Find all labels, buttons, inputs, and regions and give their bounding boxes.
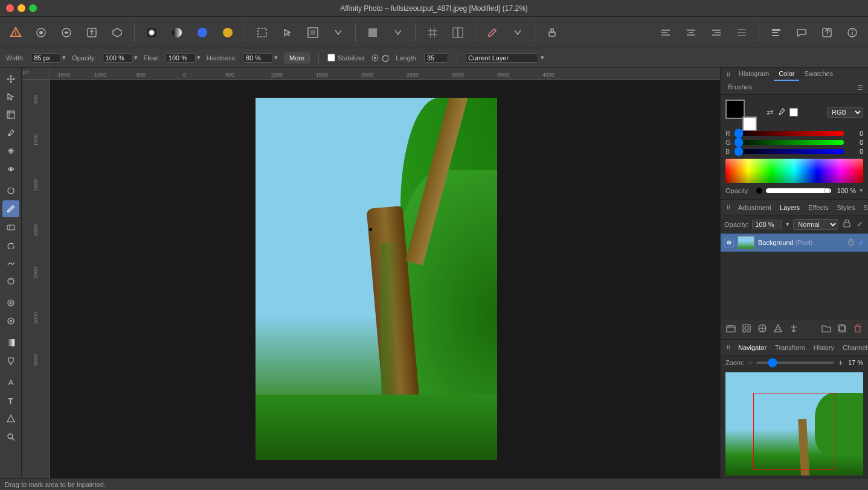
width-dropdown-arrow[interactable]: ▾: [62, 54, 66, 62]
zoom-btn[interactable]: [2, 428, 19, 445]
macro-persona-btn[interactable]: [106, 22, 128, 43]
nav-zoom-slider[interactable]: [756, 361, 834, 364]
add-group-btn[interactable]: [724, 322, 738, 337]
nav-zoom-plus-btn[interactable]: +: [838, 358, 843, 368]
flow-input[interactable]: [166, 53, 196, 63]
layers-panel-pause[interactable]: ⏸: [723, 202, 734, 213]
canvas-area[interactable]: px -1500 -1000 -500 0 500 1000 1500 2000…: [22, 68, 720, 478]
eraser-btn[interactable]: [2, 218, 19, 235]
folder-add-btn[interactable]: [820, 322, 833, 337]
affinity-logo-btn[interactable]: [5, 22, 27, 43]
patch-btn[interactable]: [2, 313, 19, 329]
red-eye-btn[interactable]: [2, 161, 19, 177]
tab-navigator[interactable]: Navigator: [734, 342, 771, 353]
layer-visibility-icon[interactable]: [724, 238, 734, 247]
shape-btn[interactable]: [2, 410, 19, 427]
width-input[interactable]: [31, 53, 61, 63]
eyedropper-btn-color[interactable]: [777, 107, 786, 118]
tab-history[interactable]: History: [809, 342, 838, 353]
channel-g-slider[interactable]: [734, 140, 844, 145]
hardness-input[interactable]: [243, 53, 273, 63]
color-wheel-btn[interactable]: [141, 22, 162, 43]
canvas-container[interactable]: [50, 80, 720, 478]
lasso-btn[interactable]: [2, 182, 19, 199]
paintbrush-btn[interactable]: [2, 200, 19, 217]
selection-tool-btn[interactable]: [277, 22, 298, 43]
add-layer-mask-btn[interactable]: [740, 322, 753, 337]
swap-colors-btn[interactable]: ⇄: [767, 107, 774, 117]
duplicate-layer-btn[interactable]: [835, 322, 849, 337]
nav-panel-pause[interactable]: ⏸: [723, 342, 734, 353]
tab-brushes[interactable]: Brushes: [723, 81, 757, 94]
gradient-btn[interactable]: [2, 334, 19, 351]
dodge-btn[interactable]: [2, 273, 19, 290]
stabilizer-checkbox[interactable]: [327, 54, 335, 62]
develop-persona-btn[interactable]: [30, 22, 52, 43]
select-tool-btn[interactable]: [2, 88, 19, 105]
pen-btn[interactable]: [2, 374, 19, 391]
brush-dropdown-btn[interactable]: [387, 22, 409, 43]
flow-dropdown-arrow[interactable]: ▾: [197, 54, 201, 62]
opacity-input[interactable]: [103, 53, 133, 63]
channel-r-slider[interactable]: [734, 131, 844, 136]
opacity-arrow[interactable]: ▾: [860, 186, 863, 194]
crop-tool-btn[interactable]: [2, 106, 19, 123]
tab-color[interactable]: Color: [774, 68, 799, 81]
split-view-btn[interactable]: [447, 22, 469, 43]
nav-zoom-minus-btn[interactable]: −: [748, 358, 753, 368]
paint-brush-main-btn[interactable]: [481, 22, 503, 43]
retouch-btn[interactable]: [2, 142, 19, 159]
white-swatch[interactable]: [789, 108, 798, 116]
wb-btn[interactable]: [217, 22, 239, 43]
align-right-btn[interactable]: [706, 22, 727, 43]
tab-effects[interactable]: Effects: [804, 202, 832, 213]
distribute-btn[interactable]: [731, 22, 753, 43]
smudge-btn[interactable]: [2, 255, 19, 272]
opacity-track[interactable]: [766, 188, 831, 193]
brush-main-dropdown[interactable]: [507, 22, 529, 43]
layers-check-btn[interactable]: ✓: [855, 218, 864, 230]
layers-lock-btn[interactable]: [842, 218, 852, 231]
tab-transform[interactable]: Transform: [771, 342, 809, 353]
eyedropper-btn[interactable]: [2, 124, 19, 141]
tab-adjustment[interactable]: Adjustment: [734, 202, 776, 213]
align-center-btn[interactable]: [680, 22, 702, 43]
color-panel-menu[interactable]: ☰: [855, 81, 866, 94]
stamp-btn[interactable]: [541, 22, 563, 43]
merge-btn[interactable]: [787, 322, 800, 337]
hardness-dropdown-arrow[interactable]: ▾: [274, 54, 278, 62]
liquify-persona-btn[interactable]: [56, 22, 77, 43]
history-brush-btn[interactable]: [2, 237, 19, 253]
text-btn[interactable]: T: [2, 392, 19, 409]
fx-btn[interactable]: [771, 322, 785, 337]
align-left-btn[interactable]: [655, 22, 677, 43]
grid-btn[interactable]: [422, 22, 443, 43]
tonal-btn[interactable]: [166, 22, 188, 43]
speech-btn[interactable]: [791, 22, 812, 43]
export-persona-btn[interactable]: [81, 22, 103, 43]
length-input[interactable]: [424, 53, 448, 63]
tab-histogram[interactable]: Histogram: [734, 68, 774, 81]
minimize-button[interactable]: [18, 4, 25, 12]
layers-opacity-arrow[interactable]: ▾: [786, 220, 789, 228]
tab-channels[interactable]: Channels: [838, 342, 868, 353]
background-color[interactable]: [742, 116, 757, 131]
text-align-btn[interactable]: [765, 22, 787, 43]
tab-stock[interactable]: Stock: [859, 202, 868, 213]
clone-btn[interactable]: [2, 294, 19, 311]
stabilizer-label[interactable]: Stabilizer: [327, 54, 365, 62]
more-button[interactable]: More: [284, 52, 310, 63]
delete-layer-btn[interactable]: [851, 322, 864, 337]
color-model-select[interactable]: RGB HSL CMYK: [827, 107, 863, 118]
channel-b-slider[interactable]: [734, 149, 844, 154]
color-panel-pause[interactable]: ⏸: [723, 69, 734, 80]
close-button[interactable]: [6, 4, 14, 12]
hsl-btn[interactable]: [191, 22, 213, 43]
info-btn[interactable]: [841, 22, 863, 43]
current-layer-input[interactable]: [466, 53, 538, 63]
maximize-button[interactable]: [29, 4, 37, 12]
layer-item-background[interactable]: Background (Pixel) ✓: [721, 234, 868, 252]
tab-styles[interactable]: Styles: [833, 202, 860, 213]
marquee-btn[interactable]: [251, 22, 273, 43]
nav-preview[interactable]: [725, 372, 863, 476]
